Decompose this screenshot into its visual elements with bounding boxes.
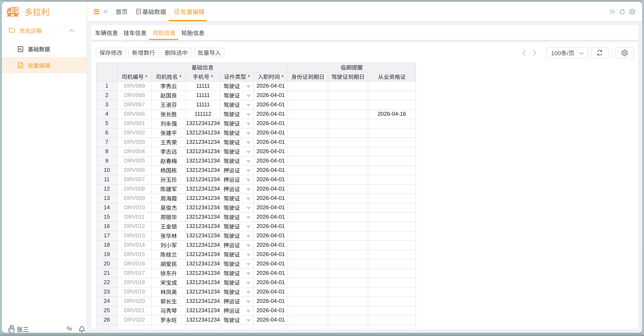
svg-text:NEPTb: NEPTb: [10, 325, 13, 326]
